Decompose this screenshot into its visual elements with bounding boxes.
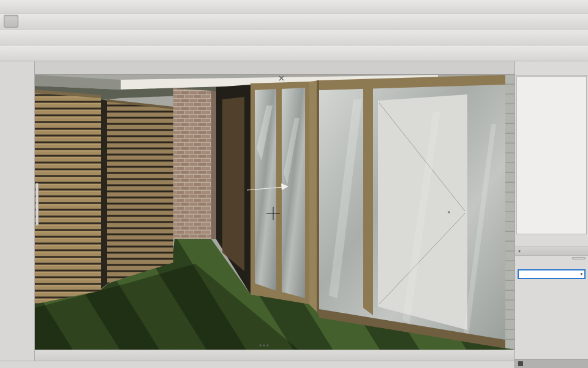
chevron-down-icon: ▾: [580, 272, 582, 277]
settings-button[interactable]: [572, 257, 586, 259]
renovation-filter-row: ▾: [515, 268, 588, 280]
viewport-bottom-bar: [35, 350, 514, 361]
navigator-actions: [515, 234, 588, 247]
toolbar-row-2: [0, 13, 588, 29]
quick-access-row: [0, 45, 588, 61]
archicad-window: ▼ ▾: [0, 0, 588, 368]
palette-scrollbar[interactable]: [36, 183, 39, 226]
3d-viewport[interactable]: [35, 75, 514, 350]
collapse-triangle-icon: ▼: [518, 250, 521, 253]
properties-header[interactable]: ▼: [515, 247, 588, 256]
settings-row: [515, 256, 588, 261]
graphisoft-id-bar[interactable]: [514, 359, 588, 368]
toolbar-row-3: [0, 29, 588, 45]
navigator-header: [515, 61, 588, 76]
navigator-panel: ▼ ▾: [514, 61, 588, 359]
3d-window-button[interactable]: [4, 15, 18, 28]
toolbox-palette: [0, 61, 35, 361]
document-tab-bar: [35, 61, 514, 75]
selection-tools: [0, 66, 34, 69]
graphisoft-logo-icon: [518, 361, 523, 366]
toolbar-row-1: [0, 0, 588, 13]
status-bar: [0, 361, 514, 368]
renovation-filter-select[interactable]: ▾: [518, 269, 586, 279]
view-map-tree: [516, 76, 587, 234]
3d-scene: [35, 75, 514, 350]
